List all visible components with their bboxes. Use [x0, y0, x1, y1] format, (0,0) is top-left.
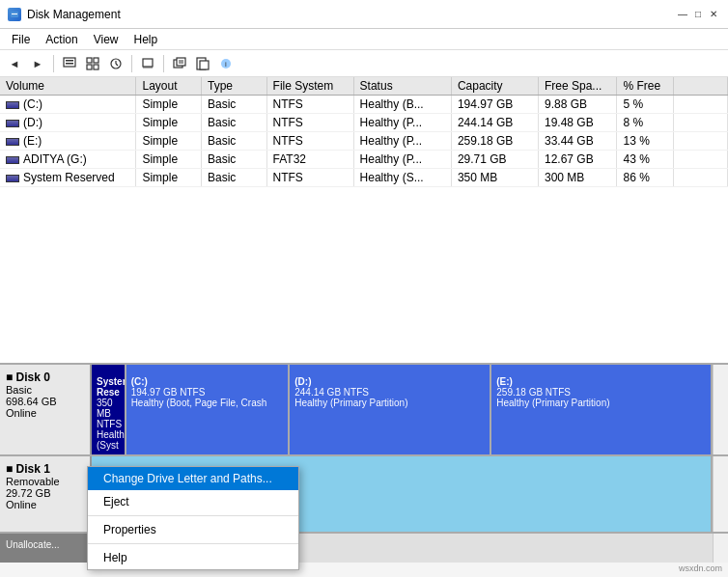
disk0-part-sysres[interactable]: System Rese 350 MB NTFS Healthy (Syst: [92, 365, 126, 454]
svg-rect-19: [200, 61, 209, 69]
col-layout[interactable]: Layout: [136, 77, 202, 96]
disk0-info: ■ Disk 0 Basic 698.64 GB Online: [0, 365, 92, 454]
col-type[interactable]: Type: [202, 77, 267, 96]
disk0-scrollbar: [713, 365, 728, 454]
unallocated-info: Unallocate...: [0, 534, 92, 563]
disk0-part-c-label: (C:): [131, 376, 284, 387]
disk-table: Volume Layout Type File System Status Ca…: [0, 77, 728, 187]
disk0-size: 698.64 GB: [6, 396, 84, 407]
disk1-info: ■ Disk 1 Removable 29.72 GB Online: [0, 456, 92, 532]
menu-bar: File Action View Help: [0, 29, 728, 50]
col-volume[interactable]: Volume: [0, 77, 136, 96]
context-menu-sep2: [88, 543, 298, 544]
svg-rect-12: [143, 59, 153, 67]
col-pctfree[interactable]: % Free: [617, 77, 673, 96]
disk0-part-c[interactable]: (C:) 194.97 GB NTFS Healthy (Boot, Page …: [126, 365, 291, 454]
disk1-scrollbar: [713, 456, 728, 532]
toolbar-btn7[interactable]: [169, 53, 190, 74]
disk1-type: Removable: [6, 476, 84, 487]
context-menu-change-drive[interactable]: Change Drive Letter and Paths...: [88, 467, 298, 490]
disk1-status: Online: [6, 499, 84, 510]
toolbar-btn9[interactable]: i: [215, 53, 237, 74]
toolbar-btn3[interactable]: [59, 53, 80, 74]
toolbar-sep2: [131, 55, 132, 72]
close-button[interactable]: ✕: [707, 8, 720, 21]
col-freespace[interactable]: Free Spa...: [538, 77, 616, 96]
table-row[interactable]: (C:) Simple Basic NTFS Healthy (B... 194…: [0, 96, 728, 114]
context-menu-properties[interactable]: Properties: [88, 518, 298, 541]
svg-rect-8: [94, 65, 98, 69]
toolbar: ◄ ► i: [0, 50, 728, 77]
context-menu-help[interactable]: Help: [88, 546, 298, 569]
svg-line-11: [116, 64, 118, 66]
table-row[interactable]: (E:) Simple Basic NTFS Healthy (P... 259…: [0, 132, 728, 151]
disk0-part-d[interactable]: (D:) 244.14 GB NTFS Healthy (Primary Par…: [290, 365, 491, 454]
window-controls: — □ ✕: [676, 8, 720, 21]
svg-rect-13: [143, 67, 153, 69]
disk0-type: Basic: [6, 384, 84, 396]
svg-rect-6: [94, 58, 98, 63]
table-row[interactable]: ADITYA (G:) Simple Basic FAT32 Healthy (…: [0, 151, 728, 169]
context-menu-sep1: [88, 515, 298, 516]
volume-list-panel: Volume Layout Type File System Status Ca…: [0, 77, 728, 365]
svg-text:i: i: [225, 60, 227, 69]
window-title: Disk Management: [27, 8, 121, 21]
disk0-part-c-size: 194.97 GB NTFS: [131, 387, 284, 398]
disk0-part-c-desc: Healthy (Boot, Page File, Crash: [131, 398, 284, 408]
toolbar-sep3: [163, 55, 164, 72]
disk-graph-panel: ■ Disk 0 Basic 698.64 GB Online System R…: [0, 365, 728, 577]
disk0-part-sysres-size: 350 MB NTFS: [97, 398, 120, 429]
main-area: Volume Layout Type File System Status Ca…: [0, 77, 728, 577]
disk0-part-sysres-label: System Rese: [97, 376, 120, 398]
disk0-partitions: System Rese 350 MB NTFS Healthy (Syst (C…: [92, 365, 713, 454]
svg-rect-3: [66, 60, 73, 62]
svg-rect-5: [87, 58, 92, 63]
disk0-part-e-size: 259.18 GB NTFS: [496, 387, 706, 398]
col-status[interactable]: Status: [353, 77, 451, 96]
col-filesystem[interactable]: File System: [266, 77, 353, 96]
svg-rect-7: [87, 65, 92, 69]
svg-rect-1: [12, 14, 17, 14]
disk0-part-sysres-desc: Healthy (Syst: [97, 429, 120, 451]
unallocated-label: Unallocate...: [6, 539, 84, 550]
disk0-part-d-desc: Healthy (Primary Partition): [294, 398, 485, 408]
disk0-row: ■ Disk 0 Basic 698.64 GB Online System R…: [0, 365, 728, 456]
menu-view[interactable]: View: [86, 31, 126, 48]
disk0-part-e-label: (E:): [496, 376, 706, 387]
disk0-status: Online: [6, 407, 84, 419]
disk1-name: ■ Disk 1: [6, 462, 84, 476]
toolbar-btn6[interactable]: [137, 53, 158, 74]
title-bar: Disk Management — □ ✕: [0, 0, 728, 29]
toolbar-btn8[interactable]: [192, 53, 213, 74]
menu-help[interactable]: Help: [126, 31, 166, 48]
disk0-part-e-desc: Healthy (Primary Partition): [496, 398, 706, 408]
watermark: wsxdn.com: [679, 563, 722, 573]
context-menu-eject[interactable]: Eject: [88, 490, 298, 513]
maximize-button[interactable]: □: [691, 8, 705, 21]
table-row[interactable]: System Reserved Simple Basic NTFS Health…: [0, 169, 728, 187]
toolbar-forward[interactable]: ►: [27, 53, 48, 74]
menu-action[interactable]: Action: [38, 31, 85, 48]
toolbar-btn5[interactable]: [105, 53, 126, 74]
svg-rect-2: [64, 58, 75, 67]
toolbar-back[interactable]: ◄: [4, 53, 25, 74]
disk0-part-d-label: (D:): [294, 376, 485, 387]
toolbar-sep1: [53, 55, 54, 72]
disk0-name: ■ Disk 0: [6, 371, 84, 384]
disk1-size: 29.72 GB: [6, 487, 84, 499]
col-extra: [673, 77, 727, 96]
unallocated-scrollbar: [713, 534, 728, 563]
app-icon: [8, 8, 21, 21]
minimize-button[interactable]: —: [676, 8, 689, 21]
disk0-part-d-size: 244.14 GB NTFS: [294, 387, 485, 398]
svg-rect-4: [66, 63, 73, 65]
svg-rect-15: [177, 58, 185, 66]
disk0-part-e[interactable]: (E:) 259.18 GB NTFS Healthy (Primary Par…: [491, 365, 713, 454]
table-row[interactable]: (D:) Simple Basic NTFS Healthy (P... 244…: [0, 114, 728, 132]
col-capacity[interactable]: Capacity: [451, 77, 538, 96]
toolbar-btn4[interactable]: [82, 53, 103, 74]
context-menu: Change Drive Letter and Paths... Eject P…: [87, 466, 299, 570]
menu-file[interactable]: File: [4, 31, 38, 48]
